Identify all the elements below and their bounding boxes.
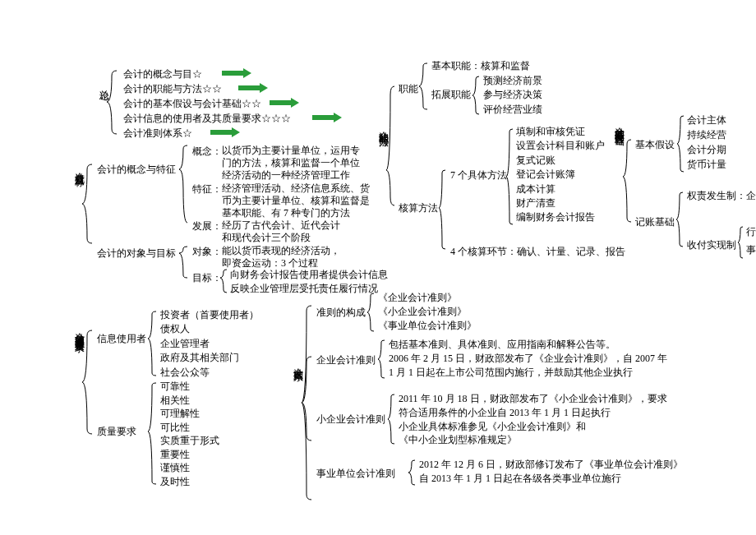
s5-ql: 质量要求 <box>97 425 136 439</box>
s1-i4: 会计准则体系☆ <box>123 127 192 141</box>
sec6-title: 会计准则体系 <box>291 360 305 365</box>
s3-p2-b: 4 个核算环节：确认、计量、记录、报告 <box>450 245 625 259</box>
s1-i3: 会计信息的使用者及其质量要求☆☆☆ <box>123 112 291 126</box>
sec4-title: 会计的基本假设与会计基础 <box>612 119 626 129</box>
s4-byi: 行政单位事业单位的非盈利性业务 <box>746 224 756 259</box>
arrow-icon <box>311 113 343 122</box>
s6-ai: 《企业会计准则》《小企业会计准则》《事业单位会计准则》 <box>378 291 477 332</box>
s5-ul: 信息使用者 <box>97 332 146 346</box>
s4-bx: 权责发生制：企业用 <box>687 189 756 203</box>
s6-cl: 小企业会计准则 <box>316 413 385 427</box>
sec2-title: 会计概念及目标 <box>72 164 86 170</box>
s2-c2-k2l: 目标： <box>192 271 222 285</box>
s3-p1-al: 基本职能：核算和监督 <box>431 59 530 73</box>
s2-c1: 会计的概念与特征 <box>97 163 176 177</box>
s6-ci: 2011 年 10 月 18 日，财政部发布了《小企业会计准则》，要求符合适用条… <box>399 392 667 447</box>
s2-c1-k2t: 经济管理活动、经济信息系统、货币为主要计量单位、核算和监督是基本职能、有 7 种… <box>222 182 370 219</box>
s2-c2-k1t: 能以货币表现的经济活动，即资金运动：3 个过程 <box>222 245 340 270</box>
arrow-icon <box>268 98 301 108</box>
s3-p2-al: 7 个具体方法 <box>450 168 507 182</box>
s1-i2: 会计的基本假设与会计基础☆☆ <box>123 97 261 111</box>
s1-i1: 会计的职能与方法☆☆ <box>123 82 222 96</box>
s5-qi: 可靠性相关性可理解性可比性实质重于形式重要性谨慎性及时性 <box>160 380 219 488</box>
sec5-title: 会计信息的使用者及其质量要求 <box>72 325 86 336</box>
s3-p2-ai: 填制和审核凭证设置会计科目和账户复式记账登记会计账簿成本计算财产清查编制财务会计… <box>516 125 605 225</box>
s2-c1-k3l: 发展： <box>192 219 222 233</box>
s6-dl: 事业单位会计准则 <box>316 467 395 481</box>
s4-ai: 会计主体持续经营会计分期货币计量 <box>687 113 726 172</box>
s5-ui: 投资者（首要使用者）债权人企业管理者政府及其相关部门社会公众等 <box>160 308 259 380</box>
s3-p1-bi: 预测经济前景参与经济决策评价经营业绩 <box>483 74 542 117</box>
s3-p1-bl: 拓展职能 <box>431 88 471 102</box>
sec3-title: 会计的职能与方法 <box>376 123 390 130</box>
s4-byl: 收付实现制 <box>687 238 736 252</box>
arrow-icon <box>209 127 242 137</box>
s2-c1-k1l: 概念： <box>192 145 222 159</box>
s6-bl: 企业会计准则 <box>316 353 376 367</box>
s2-c1-k1t: 以货币为主要计量单位，运用专门的方法，核算和监督一个单位经济活动的一种经济管理工… <box>222 145 360 182</box>
sec1-title: 总论 <box>97 82 111 84</box>
s3-p2: 核算方法 <box>399 201 438 215</box>
s4-al: 基本假设 <box>635 138 675 152</box>
s2-c1-k2l: 特征： <box>192 182 222 196</box>
arrow-icon <box>220 68 253 78</box>
s6-bi: 包括基本准则、具体准则、应用指南和解释公告等。2006 年 2 月 15 日，财… <box>389 338 667 379</box>
s2-c1-k3t: 经历了古代会计、近代会计和现代会计三个阶段 <box>222 219 340 244</box>
s2-c2-k2t: 向财务会计报告使用者提供会计信息反映企业管理层受托责任履行情况 <box>230 268 388 296</box>
s3-p1: 职能 <box>399 82 418 96</box>
arrow-icon <box>237 83 270 93</box>
s6-al: 准则的构成 <box>316 306 366 320</box>
s4-bl: 记账基础 <box>635 215 675 229</box>
s6-di: 2012 年 12 月 6 日，财政部修订发布了《事业单位会计准则》自 2013… <box>419 458 683 486</box>
s2-c2-k1l: 对象： <box>192 245 222 259</box>
s2-c2: 会计的对象与目标 <box>97 247 176 261</box>
s1-i0: 会计的概念与目☆ <box>123 67 202 81</box>
